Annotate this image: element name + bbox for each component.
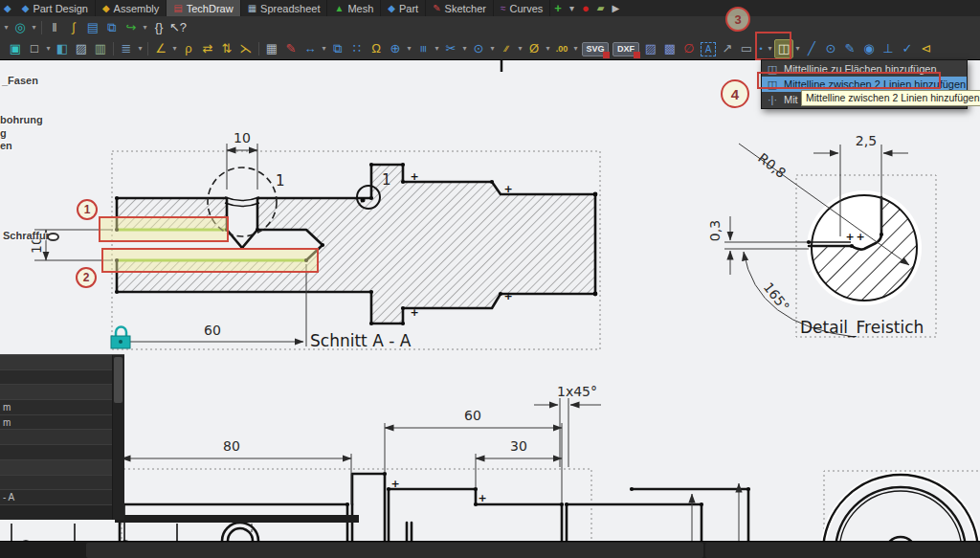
panel-row[interactable] <box>0 430 112 445</box>
chevron-down-icon[interactable]: ▾ <box>544 38 552 59</box>
measure-icon[interactable]: ‖ <box>45 17 64 38</box>
panel-row[interactable] <box>0 505 112 520</box>
dimension-25[interactable]: 2,5 <box>856 133 877 148</box>
chevron-down-icon[interactable]: ▾ <box>566 0 578 16</box>
annotation-icon[interactable]: A <box>701 42 716 56</box>
chevron-down-icon[interactable]: ▾ <box>793 38 802 59</box>
chevron-down-icon[interactable]: ▾ <box>488 38 497 59</box>
vertical-dimension-icon[interactable]: ⇅ <box>217 38 236 59</box>
chevron-down-icon[interactable]: ▾ <box>2 17 11 38</box>
dimension-r08[interactable]: R0,8 <box>755 150 789 181</box>
tab-assembly[interactable]: ◆ Assembly <box>96 0 167 16</box>
dimension-80[interactable]: 80 <box>223 438 240 454</box>
panel-row[interactable]: m <box>0 400 112 415</box>
panel-row[interactable] <box>0 445 112 460</box>
scissors-icon[interactable]: ✂ <box>441 38 460 59</box>
view-3d-icon[interactable]: ◧ <box>53 38 72 59</box>
folder-icon[interactable]: ▤ <box>83 17 102 38</box>
tab-part-design[interactable]: ◆ Part Design <box>15 0 96 16</box>
svg-export-icon[interactable]: SVG <box>582 42 609 56</box>
decimal-places-icon[interactable]: .00 <box>552 38 571 59</box>
chevron-down-icon[interactable]: ▾ <box>44 38 53 59</box>
length-dimension-icon[interactable]: ↔ <box>301 38 320 59</box>
box-icon[interactable]: ⧉ <box>102 17 122 38</box>
chevron-down-icon[interactable]: ▾ <box>141 17 149 38</box>
remove-hatch-icon[interactable]: ∅ <box>679 38 699 59</box>
play-macro-icon[interactable]: ▶ <box>609 0 624 16</box>
tab-techdraw[interactable]: ▤ TechDraw <box>167 0 240 16</box>
projection-group-icon[interactable]: ≣ <box>117 38 136 59</box>
separator[interactable] <box>147 42 148 56</box>
tree-label-g[interactable]: g <box>0 127 7 139</box>
horizontal-d-dimension-icon[interactable]: ⇄ <box>198 38 217 59</box>
check-angle-icon[interactable]: ✓ <box>898 38 917 59</box>
separator[interactable] <box>41 21 42 34</box>
clip-group-icon[interactable]: ▥ <box>91 38 110 59</box>
compass-circle-icon[interactable]: ⊙ <box>469 38 488 59</box>
panel-row[interactable]: - A <box>0 490 112 505</box>
centermark-circle-icon[interactable]: ⊙ <box>821 38 840 59</box>
chevron-down-icon[interactable]: ▾ <box>460 38 469 59</box>
camera-icon[interactable]: ▣ <box>6 38 25 59</box>
tree-label-schraffur[interactable]: Schraffur <box>3 230 50 241</box>
dimension-165[interactable]: 165° <box>761 279 792 314</box>
tab-spreadsheet[interactable]: ▦ Spreadsheet <box>241 0 328 16</box>
dxf-export-icon[interactable]: DXF <box>612 42 639 56</box>
geometric-hatch-icon[interactable]: ▩ <box>660 38 679 59</box>
panel-row[interactable] <box>0 460 112 476</box>
cosmetic-edit-icon[interactable]: ✎ <box>840 38 859 59</box>
omega-symbol-icon[interactable]: Ω <box>367 38 386 59</box>
axis-icon[interactable]: ⊕ <box>386 38 405 59</box>
scrollbar-thumb[interactable] <box>114 357 122 403</box>
horn-tool-icon[interactable]: ⊲ <box>917 38 936 59</box>
chevron-down-icon[interactable]: ▾ <box>30 17 38 38</box>
panel-scrollbar[interactable] <box>112 355 124 520</box>
record-macro-icon[interactable]: ● <box>578 0 593 16</box>
dimension-60-front[interactable]: 60 <box>464 408 481 423</box>
slash-hatch-icon[interactable]: ∕∕ <box>497 38 516 59</box>
edit-macro-icon[interactable]: ▰ <box>593 0 609 16</box>
dimension-60[interactable]: 60 <box>204 323 221 338</box>
panel-row[interactable] <box>0 355 112 370</box>
tab-curves[interactable]: ≈ Curves <box>494 0 550 16</box>
zoom-icon[interactable]: ◎ <box>11 17 30 38</box>
tab-sketcher[interactable]: ✎ Sketcher <box>426 0 494 16</box>
tab-part[interactable]: ◆ Part <box>381 0 426 16</box>
separator[interactable] <box>113 42 114 56</box>
chevron-down-icon[interactable]: ▾ <box>433 38 441 59</box>
chevron-down-icon[interactable]: ▾ <box>136 38 145 59</box>
image-view-icon[interactable]: ▨ <box>72 38 91 59</box>
dimension-chamfer[interactable]: 1x45° <box>557 384 597 399</box>
face-center-icon[interactable]: ⊥ <box>879 38 898 59</box>
bend-tool-icon[interactable]: ∫ <box>64 17 83 38</box>
chevron-down-icon[interactable]: ▾ <box>571 38 580 59</box>
panel-row[interactable] <box>0 385 112 400</box>
cosmetic-line-icon[interactable]: ╱ <box>802 38 821 59</box>
workbench-icon-partial[interactable]: ◆ <box>0 0 15 16</box>
angle-dimension-icon[interactable]: ∠ <box>151 38 170 59</box>
hatch-fill-icon[interactable]: ▨ <box>641 38 660 59</box>
dimension-03[interactable]: 0,3 <box>707 220 723 241</box>
tree-label-bohrung[interactable]: bohrung <box>0 114 43 125</box>
page-default-icon[interactable]: □ <box>25 38 44 59</box>
sketch-line-icon[interactable]: ✎ <box>281 38 301 59</box>
chevron-down-icon[interactable]: ▾ <box>170 38 179 59</box>
whats-this-icon[interactable]: ↖? <box>168 17 188 38</box>
link-dimension-icon[interactable]: ⧉ <box>328 38 347 59</box>
panel-row[interactable]: m <box>0 415 112 431</box>
spreadsheet-view-icon[interactable]: ▦ <box>262 38 281 59</box>
add-workbench-icon[interactable]: + <box>550 0 566 16</box>
radius-dimension-icon[interactable]: ρ <box>179 38 198 59</box>
panel-row[interactable] <box>0 370 112 386</box>
chevron-down-icon[interactable]: ▾ <box>320 38 328 59</box>
scale-icon[interactable]: ∷ <box>347 38 367 59</box>
visibility-eye-icon[interactable]: ◉ <box>859 38 879 59</box>
hatch-lines-icon[interactable]: ≡ <box>412 39 434 58</box>
dimension-10-top[interactable]: 10 <box>234 130 251 145</box>
separator2[interactable] <box>258 42 259 56</box>
tree-label-en[interactable]: en <box>0 140 12 151</box>
rich-annotation-icon[interactable]: ▭ <box>737 38 756 59</box>
panel-row[interactable] <box>0 476 112 491</box>
export-icon[interactable]: ↪ <box>122 17 141 38</box>
leader-line-icon[interactable]: ↗ <box>718 38 737 59</box>
